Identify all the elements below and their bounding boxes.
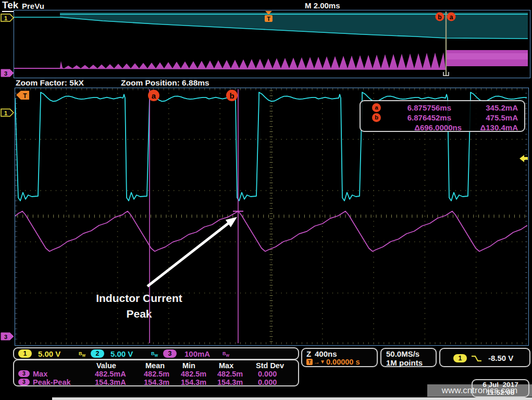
ch3-overview-marker[interactable]: 3 xyxy=(1,69,14,77)
meas-row2-max: 154.3m xyxy=(217,378,243,386)
main-timebase-readout: M 2.00ms xyxy=(305,1,340,10)
zoom-timebase-box[interactable]: Z 400ns T → ▼ 0.00000 s xyxy=(301,348,378,367)
ch1-badge[interactable]: 1 xyxy=(18,349,32,358)
meas-row1-ch-badge: 3 xyxy=(18,370,30,377)
acquisition-status: PreVu xyxy=(22,2,44,10)
date-readout: 6 Jul 2017 xyxy=(473,381,528,389)
cursor-b-overview-letter: b xyxy=(438,14,441,21)
falling-edge-icon xyxy=(471,354,483,363)
cursor-a-overview-letter: a xyxy=(450,14,453,21)
cursor-delta-time: Δ696.0000ns xyxy=(381,123,462,132)
cursor-b-letter: b xyxy=(229,91,234,100)
zoom-factor-label: Zoom Factor: 5kX xyxy=(16,78,84,88)
meas-header-std: Std Dev xyxy=(256,361,284,370)
sample-rate-readout: 50.0MS/s xyxy=(386,349,419,358)
ch1-zoom-marker[interactable]: 1 xyxy=(1,108,14,117)
meas-row1-value: 482.5mA xyxy=(95,370,126,378)
trigger-flag-letter: T xyxy=(23,92,27,100)
cursor-readout-box: a 6.875756ms 345.2mA b 6.876452ms 475.5m… xyxy=(360,100,525,132)
ch1-bandwidth-icon: BW xyxy=(79,351,85,357)
delay-marker-icon: ▼ xyxy=(320,359,325,365)
meas-row2-value: 154.3mA xyxy=(95,378,126,386)
ch2-bandwidth-icon: BW xyxy=(151,351,158,357)
zoom-position-label: Zoom Position: 6.88ms xyxy=(121,78,209,88)
annotation-arrow-shaft xyxy=(147,222,230,286)
meas-row1-min: 482.5m xyxy=(181,370,206,378)
trigger-delay-badge: T xyxy=(306,359,313,365)
meas-row2-mean: 154.3m xyxy=(144,378,169,386)
ch2-badge[interactable]: 2 xyxy=(91,349,104,358)
ch1-zoom-marker-label: 1 xyxy=(4,110,7,116)
overview-waveforms: T b a xyxy=(14,10,529,77)
cursor-a-value: 345.2mA xyxy=(451,103,524,112)
time-readout: 11:52:08 xyxy=(473,389,528,396)
cursor-a-letter: a xyxy=(152,91,156,100)
ch3-overview-marker-label: 3 xyxy=(4,70,7,77)
meas-row1-name: Max xyxy=(33,370,47,378)
cursor-b-value: 475.5mA xyxy=(451,113,524,122)
bottom-edge-strip xyxy=(52,397,532,400)
ch3-scale[interactable]: 100mA xyxy=(184,349,210,358)
cursor-a-time: 6.875756ms xyxy=(381,103,451,112)
cursor-delta-value: Δ130.4mA xyxy=(462,123,524,132)
meas-header-value: Value xyxy=(96,361,116,370)
cursor-delta-readout-row: Δ696.0000ns Δ130.4mA xyxy=(361,123,524,132)
record-overview-window: T b a xyxy=(14,10,530,78)
zoom-scale-readout: 400ns xyxy=(315,349,337,358)
cursor-b-time: 6.876452ms xyxy=(381,113,451,122)
ch3-zoom-marker[interactable]: 3 xyxy=(1,332,14,341)
trigger-badge-letter: T xyxy=(267,16,270,22)
measurement-table: Value Mean Min Max Std Dev 3 Max 482.5mA… xyxy=(13,359,299,386)
ch3-bandwidth-icon: BW xyxy=(222,351,229,357)
meas-header-min: Min xyxy=(182,361,195,370)
oscilloscope-screen: Tek PreVu M 2.00ms T b a 1 3 Zoom Factor… xyxy=(0,0,532,400)
ch1-scale[interactable]: 5.00 V xyxy=(38,349,60,358)
measurement-row-max[interactable]: 3 Max 482.5mA 482.5m 482.5m 482.5m 0.000 xyxy=(14,370,300,378)
meas-header-mean: Mean xyxy=(145,361,165,370)
meas-row1-std: 0.000 xyxy=(258,370,277,378)
cursor-a-readout-row: a 6.875756ms 345.2mA xyxy=(361,103,524,113)
trigger-level-readout: -8.50 V xyxy=(488,354,513,362)
meas-row2-name: Peak-Peak xyxy=(33,378,71,386)
trigger-delay-readout: 0.00000 s xyxy=(326,358,360,366)
trigger-source-badge: 1 xyxy=(453,354,467,362)
meas-row2-std: 0.000 xyxy=(258,378,277,386)
meas-row1-mean: 482.5m xyxy=(144,370,169,378)
cursor-b-readout-row: b 6.876452ms 475.5mA xyxy=(361,113,524,123)
delay-arrow-icon: → xyxy=(314,358,320,366)
acquisition-box[interactable]: 50.0MS/s 1M points xyxy=(380,348,437,367)
meas-header-max: Max xyxy=(219,361,233,370)
meas-row2-ch-badge: 3 xyxy=(18,379,30,385)
meas-row2-min: 154.3m xyxy=(181,378,206,386)
datetime-box: 6 Jul 2017 11:52:08 xyxy=(472,379,529,397)
meas-row1-max: 482.5m xyxy=(217,370,243,378)
ch3-zoom-marker-label: 3 xyxy=(4,334,7,340)
trigger-box[interactable]: 1 -8.50 V xyxy=(439,348,530,367)
ch2-scale[interactable]: 5.00 V xyxy=(110,349,133,358)
ch3-badge[interactable]: 3 xyxy=(163,349,177,358)
cursor-a-readout-marker: a xyxy=(372,103,381,112)
ch1-overview-marker-label: 1 xyxy=(4,15,7,21)
record-length-readout: 1M points xyxy=(386,358,423,367)
channel-scale-bar: 1 5.00 V BW 2 5.00 V BW 3 100mA BW xyxy=(13,347,299,360)
cursor-b-readout-marker: b xyxy=(372,113,381,122)
measurement-row-peakpeak[interactable]: 3 Peak-Peak 154.3mA 154.3m 154.3m 154.3m… xyxy=(14,378,300,386)
zoom-scale-icon: Z xyxy=(306,349,311,358)
ch1-overview-marker[interactable]: 1 xyxy=(1,14,14,22)
